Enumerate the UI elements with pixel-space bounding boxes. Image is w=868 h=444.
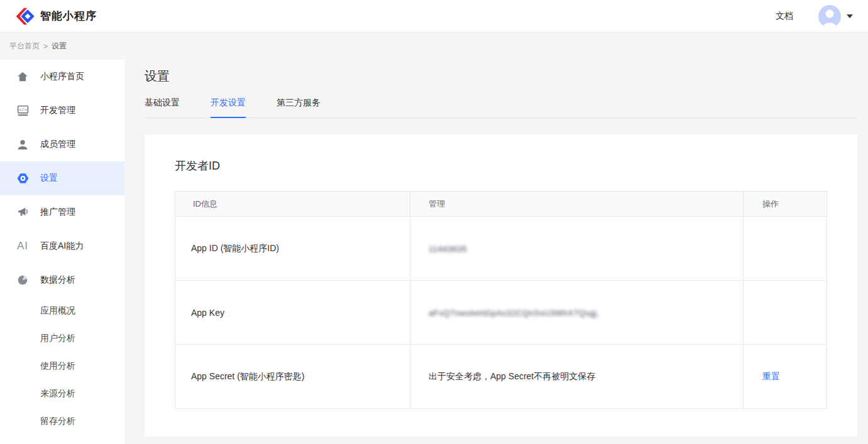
sidebar-item-baidu-ai[interactable]: AI 百度AI能力 — [0, 229, 124, 263]
sidebar-item-label: 推广管理 — [40, 207, 75, 218]
page: 智能小程序 文档 平台首页 > 设置 小程序首页 — [0, 0, 868, 444]
breadcrumb-current: 设置 — [52, 41, 67, 51]
table-row-app-key: App Key aFsQ7nwshmtGpAs32CQnSxU3WhX7Qsgj… — [175, 281, 827, 345]
row-action-empty — [744, 217, 827, 281]
row-label: App Secret (智能小程序密匙) — [175, 345, 410, 409]
sidebar-item-member-management[interactable]: 成员管理 — [0, 127, 124, 161]
ai-letters-icon: AI — [16, 240, 30, 252]
docs-link[interactable]: 文档 — [776, 11, 793, 22]
gear-icon — [16, 173, 30, 184]
chevron-down-icon[interactable] — [847, 14, 853, 18]
sidebar-item-miniprogram-home[interactable]: 小程序首页 — [0, 60, 124, 94]
tab-basic-settings[interactable]: 基础设置 — [145, 96, 180, 117]
sidebar-subitem-source-analysis[interactable]: 来源分析 — [0, 380, 124, 408]
sidebar-item-label: 数据分析 — [40, 274, 75, 286]
top-header: 智能小程序 文档 — [0, 0, 868, 33]
sidebar-item-label: 成员管理 — [40, 139, 75, 150]
sidebar-item-label: 百度AI能力 — [40, 241, 84, 252]
settings-tabs: 基础设置 开发设置 第三方服务 — [145, 96, 857, 118]
app-id-value-blurred: 11443635 — [429, 244, 467, 254]
header-right: 文档 — [776, 5, 853, 28]
column-header-id-info: ID信息 — [175, 192, 410, 217]
table-row-app-secret: App Secret (智能小程序密匙) 出于安全考虑，App Secret不再… — [175, 345, 827, 409]
avatar[interactable] — [818, 5, 841, 28]
sidebar-subitem-retention-analysis[interactable]: 留存分析 — [0, 408, 124, 435]
column-header-management: 管理 — [410, 192, 744, 217]
row-label: App Key — [175, 281, 410, 345]
logo-text: 智能小程序 — [40, 9, 97, 23]
developer-id-table: ID信息 管理 操作 App ID (智能小程序ID) 11443635 App — [175, 191, 827, 409]
reset-link[interactable]: 重置 — [762, 371, 780, 381]
tab-dev-settings[interactable]: 开发设置 — [211, 96, 246, 118]
sidebar-item-label: 小程序首页 — [40, 71, 84, 82]
column-header-actions: 操作 — [744, 192, 827, 217]
main-content: 设置 基础设置 开发设置 第三方服务 开发者ID ID信息 管理 操作 — [124, 60, 868, 444]
developer-id-card: 开发者ID ID信息 管理 操作 App ID (智能小程序ID) 114 — [145, 134, 857, 436]
sidebar-subitem-usage-analysis[interactable]: 使用分析 — [0, 352, 124, 380]
tab-third-party-services[interactable]: 第三方服务 — [277, 96, 321, 117]
sidebar-item-settings[interactable]: 设置 — [0, 161, 124, 195]
card-heading: 开发者ID — [175, 158, 827, 174]
sidebar: 小程序首页 </> 开发管理 — [0, 60, 124, 444]
row-action-empty — [744, 281, 827, 345]
breadcrumb-separator: > — [43, 42, 48, 51]
sidebar-subitem-app-overview[interactable]: 应用概况 — [0, 297, 124, 325]
page-body: 小程序首页 </> 开发管理 — [0, 60, 868, 444]
user-icon — [16, 139, 30, 150]
brand[interactable]: 智能小程序 — [15, 7, 97, 26]
sidebar-item-data-analysis[interactable]: 数据分析 — [0, 263, 124, 297]
sidebar-item-label: 设置 — [40, 173, 58, 184]
svg-text:</>: </> — [18, 107, 27, 112]
table-header-row: ID信息 管理 操作 — [175, 192, 827, 217]
code-window-icon: </> — [16, 105, 30, 116]
sidebar-item-label: 开发管理 — [40, 105, 75, 116]
app-key-value-blurred: aFsQ7nwshmtGpAs32CQnSxU3WhX7Qsgj. — [429, 308, 600, 318]
page-title: 设置 — [145, 67, 857, 85]
sidebar-subitem-user-analysis[interactable]: 用户分析 — [0, 325, 124, 352]
table-row-app-id: App ID (智能小程序ID) 11443635 — [175, 217, 827, 281]
user-silhouette-icon — [818, 5, 841, 28]
megaphone-icon — [16, 207, 30, 218]
app-secret-note: 出于安全考虑，App Secret不再被明文保存 — [410, 345, 744, 409]
sidebar-item-promotion-management[interactable]: 推广管理 — [0, 195, 124, 229]
breadcrumb-platform-home[interactable]: 平台首页 — [9, 41, 40, 51]
home-icon — [16, 71, 30, 82]
sidebar-item-dev-management[interactable]: </> 开发管理 — [0, 94, 124, 127]
breadcrumb: 平台首页 > 设置 — [0, 33, 868, 60]
pie-chart-icon — [16, 274, 30, 286]
logo-icon — [15, 7, 34, 26]
row-label: App ID (智能小程序ID) — [175, 217, 410, 281]
